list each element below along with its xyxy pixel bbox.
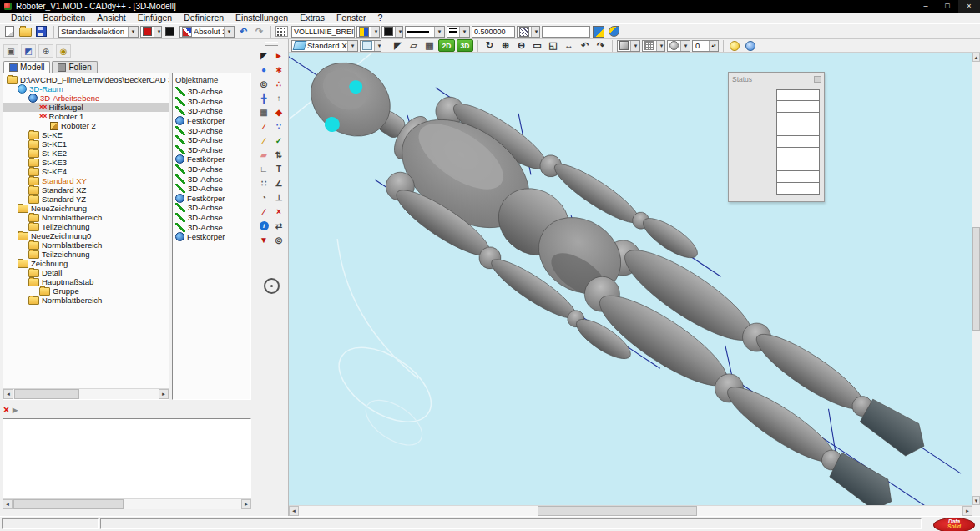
close-button[interactable]: × — [958, 0, 980, 13]
tree-item-zeichnung[interactable]: Zeichnung — [3, 259, 169, 268]
scroll-right-icon[interactable]: ► — [159, 389, 169, 399]
status-panel-button[interactable] — [814, 76, 821, 83]
menu-definieren[interactable]: Definieren — [178, 13, 230, 23]
tree-item-teilzeichnung[interactable]: Teilzeichnung — [3, 250, 169, 259]
menu-[interactable]: ? — [372, 13, 389, 23]
status-row-value[interactable] — [776, 182, 820, 195]
cluster-tool[interactable]: ∵ — [272, 120, 285, 133]
selection-mode-combo[interactable]: Standardselektion▾ — [58, 26, 139, 38]
status-row-value[interactable] — [776, 147, 820, 159]
pen-style-dropdown-arrow[interactable]: ▾ — [371, 27, 380, 37]
pen-style-combo[interactable]: ▾ — [356, 26, 380, 38]
selection-scrollbar[interactable]: ◄ ► — [3, 498, 251, 509]
viewport-scroll-thumb[interactable] — [538, 506, 697, 516]
line-width-style-dropdown-arrow[interactable]: ▾ — [459, 27, 469, 37]
tree-item-standard-yz[interactable]: Standard YZ — [3, 195, 169, 204]
viewport-scroll-track[interactable] — [299, 506, 962, 516]
delete-tool[interactable]: × — [272, 205, 285, 218]
marker-tool[interactable]: ∕ — [257, 205, 270, 218]
updown-tool[interactable]: ⇅ — [272, 149, 285, 161]
fill-tool-button[interactable] — [592, 25, 606, 38]
tree-item-standard-xz[interactable]: Standard XZ — [3, 185, 169, 195]
status-row-value[interactable] — [776, 89, 820, 101]
status-row-value[interactable] — [776, 112, 820, 124]
line-color-dropdown-arrow[interactable]: ▾ — [395, 27, 403, 37]
tree-item-roboter-2[interactable]: Roboter 2 — [3, 121, 169, 130]
selection-scroll-thumb[interactable] — [13, 499, 124, 509]
grid-mode-dropdown-arrow[interactable]: ▾ — [656, 41, 665, 51]
scatter-tool[interactable]: ∗ — [272, 63, 285, 76]
work-plane-combo[interactable]: Standard XY▾ — [291, 40, 358, 52]
hatch-style-combo[interactable]: ▾ — [517, 26, 540, 38]
tree-item-3d-arbeitsebene[interactable]: 3D-Arbeitsebene — [3, 94, 169, 103]
tree-item-st-ke4[interactable]: St-KE4 — [3, 167, 169, 176]
line-width-input[interactable]: 0.500000 — [472, 26, 515, 38]
viewport-vscroll-track[interactable] — [972, 62, 980, 496]
scroll-right-icon[interactable]: ► — [241, 499, 251, 509]
shade-mode-combo[interactable]: ▾ — [667, 40, 690, 52]
plane-options-combo[interactable]: ▾ — [360, 40, 381, 52]
extra-field-input[interactable] — [542, 26, 590, 38]
minimize-button[interactable]: – — [915, 0, 937, 13]
rotate-view-button[interactable]: ↻ — [482, 39, 497, 52]
pick-reference-button[interactable]: ▸ — [13, 405, 18, 416]
object-item-3d-achse[interactable]: 3D-Achse — [173, 213, 250, 223]
swap-tool[interactable]: ⇄ — [272, 220, 285, 232]
view-3d-button[interactable]: 3D — [457, 39, 473, 52]
object-item-3d-achse[interactable]: 3D-Achse — [173, 164, 250, 174]
viewport-horizontal-scrollbar[interactable]: ◄ ► — [289, 505, 972, 516]
status-row-value[interactable] — [776, 100, 820, 113]
workplane-toggle-button[interactable]: ▱ — [407, 39, 421, 52]
tree-scroll-track[interactable] — [13, 389, 159, 399]
circle-tool[interactable]: ● — [257, 63, 270, 76]
selection-mode-dropdown-arrow[interactable]: ▾ — [128, 27, 138, 37]
viewport-vertical-scrollbar[interactable]: ▲ ▼ — [972, 53, 980, 505]
zoom-region-tool[interactable]: ◎ — [257, 78, 270, 90]
tree-item-normblattbereich[interactable]: Normblattbereich — [3, 296, 169, 305]
menu-einf-gen[interactable]: Einfügen — [132, 13, 178, 23]
tree-item-st-ke3[interactable]: St-KE3 — [3, 158, 169, 167]
angle-tool[interactable]: ∠ — [272, 177, 285, 190]
scroll-up-icon[interactable]: ▲ — [972, 53, 980, 62]
tree-item-neuezeichnung[interactable]: NeueZeichnung — [3, 204, 169, 213]
tree-item-detail[interactable]: Detail — [3, 268, 169, 277]
status-row-value[interactable] — [776, 124, 820, 136]
status-row-value[interactable] — [776, 159, 820, 171]
point-grid-button[interactable] — [275, 25, 290, 38]
line-type-input[interactable]: VOLLLINIE_BREIT — [291, 26, 355, 38]
scroll-left-icon[interactable]: ◄ — [3, 499, 13, 509]
save-file-button[interactable] — [35, 25, 49, 38]
window-layout-button[interactable]: ▣ — [3, 44, 18, 58]
object-item-3d-achse[interactable]: 3D-Achse — [173, 97, 250, 107]
diamond-tool[interactable]: ◆ — [272, 106, 285, 119]
zoom-in-button[interactable]: ⊕ — [498, 39, 513, 52]
tree-item-gruppe[interactable]: Gruppe — [3, 286, 169, 296]
tree-item-normblattbereich[interactable]: Normblattbereich — [3, 213, 169, 222]
undo-button[interactable]: ↶ — [236, 25, 250, 38]
snapshot-button[interactable]: ◉ — [56, 44, 71, 58]
orbit-tool[interactable]: ◎ — [272, 234, 285, 246]
tree-item-st-ke1[interactable]: St-KE1 — [3, 139, 169, 149]
status-row-value[interactable] — [776, 170, 820, 183]
tree-scroll-thumb[interactable] — [14, 389, 79, 399]
menu-fenster[interactable]: Fenster — [331, 13, 372, 23]
tree-item-normblattbereich[interactable]: Normblattbereich — [3, 240, 169, 250]
object-item-3d-achse[interactable]: 3D-Achse — [173, 145, 250, 155]
scroll-left-icon[interactable]: ◄ — [289, 506, 299, 516]
object-item-3d-achse[interactable]: 3D-Achse — [173, 184, 250, 194]
tree-item-3d-raum[interactable]: 3D-Raum — [3, 84, 169, 94]
object-item-3d-achse[interactable]: 3D-Achse — [173, 203, 250, 213]
menu-datei[interactable]: Datei — [5, 13, 38, 23]
object-item-3d-achse[interactable]: 3D-Achse — [173, 87, 250, 97]
eraser-tool[interactable]: ▰ — [257, 149, 270, 161]
line-style-combo[interactable]: ▾ — [405, 26, 445, 38]
tab-folien[interactable]: Folien — [52, 61, 97, 73]
snap-points-tool[interactable]: ∴ — [272, 78, 285, 90]
display-mode-dropdown-arrow[interactable]: ▾ — [630, 41, 640, 51]
menu-extras[interactable]: Extras — [294, 13, 331, 23]
stamp-tool[interactable]: ▼ — [257, 234, 270, 246]
object-item-3d-achse[interactable]: 3D-Achse — [173, 135, 250, 145]
object-item-3d-achse[interactable]: 3D-Achse — [173, 222, 250, 232]
scroll-right-icon[interactable]: ► — [962, 506, 972, 516]
tree-item-d-avchd-filme-lernvideos-beckercad-3d-pro[interactable]: D:\AVCHD_Filme\Lernvideos\BeckerCAD 3D P… — [3, 75, 169, 84]
